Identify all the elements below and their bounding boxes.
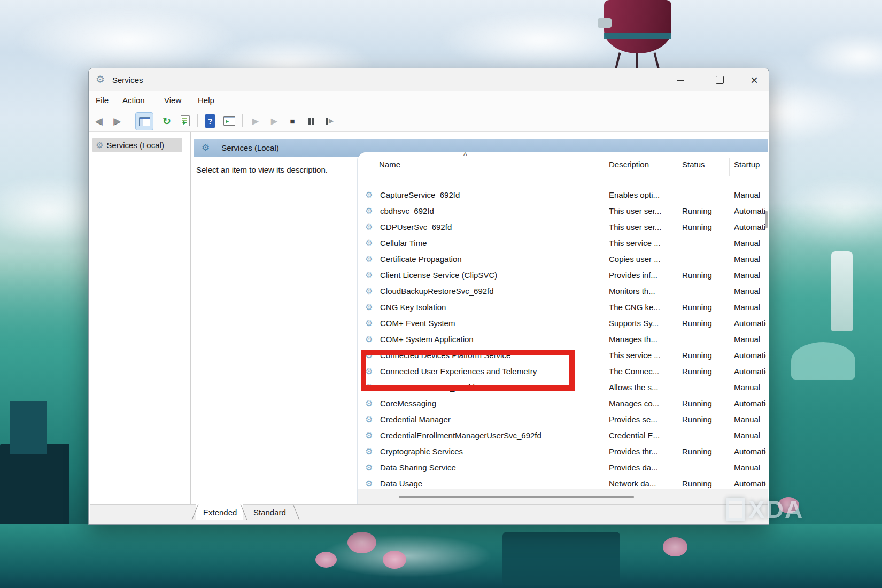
toolbar: ◀ ▶ ↻ ► ? ► ▶ ▶ ■ ▶: [89, 110, 769, 132]
minimize-button[interactable]: [668, 68, 693, 91]
service-startup: Manual: [734, 267, 766, 283]
properties-window-button[interactable]: ►: [221, 110, 237, 131]
forward-button[interactable]: ▶: [109, 110, 125, 131]
service-name: Certificate Propagation: [380, 251, 597, 267]
service-gear-icon: ⚙: [365, 331, 373, 347]
menu-help[interactable]: Help: [198, 91, 214, 110]
list-column-headers: ^ Name Description Status Startup: [358, 152, 768, 177]
column-divider[interactable]: [602, 158, 602, 176]
service-row[interactable]: ⚙Cryptographic ServicesProvides thr...Ru…: [358, 444, 768, 460]
desktop: ⚙ Services × File Action View Help ◀ ▶ ↻…: [0, 0, 882, 588]
export-list-button[interactable]: ►: [177, 110, 193, 131]
column-header-name[interactable]: Name: [379, 160, 400, 169]
service-row[interactable]: ⚙COM+ Event SystemSupports Sy...RunningA…: [358, 315, 768, 331]
help-button[interactable]: ?: [202, 110, 218, 131]
service-status: Running: [682, 412, 726, 428]
service-row[interactable]: ⚙Credential ManagerProvides se...Running…: [358, 412, 768, 428]
description-hint: Select an item to view its description.: [196, 165, 328, 174]
service-row[interactable]: ⚙Client License Service (ClipSVC)Provide…: [358, 267, 768, 283]
service-name: CredentialEnrollmentManagerUserSvc_692fd: [380, 428, 597, 444]
service-row[interactable]: ⚙COM+ System ApplicationManages th...Man…: [358, 331, 768, 347]
horizontal-scrollbar[interactable]: [358, 489, 768, 505]
service-description: Allows the s...: [609, 380, 673, 396]
resume-service-button[interactable]: ▶: [266, 110, 282, 131]
service-startup: Manual: [734, 251, 766, 267]
xda-watermark-text: XDA: [748, 495, 803, 524]
rocket-body: [604, 0, 671, 53]
service-name: Cellular Time: [380, 235, 597, 251]
horizontal-scrollbar-thumb[interactable]: [399, 496, 634, 498]
column-divider[interactable]: [729, 158, 730, 176]
background-structure: [502, 532, 620, 585]
service-description: Manages co...: [609, 396, 673, 412]
service-name: Client License Service (ClipSVC): [380, 267, 597, 283]
service-rows: ⚙CaptureService_692fdEnables opti...Manu…: [358, 177, 768, 492]
title-bar[interactable]: ⚙ Services ×: [89, 68, 769, 91]
service-gear-icon: ⚙: [365, 283, 373, 299]
service-gear-icon: ⚙: [365, 460, 373, 476]
toolbar-separator: [197, 114, 198, 127]
restart-service-button[interactable]: ▶: [322, 110, 338, 131]
service-row[interactable]: ⚙Certificate PropagationCopies user ...M…: [358, 251, 768, 267]
service-gear-icon: ⚙: [365, 315, 373, 331]
menu-action[interactable]: Action: [122, 91, 145, 110]
show-console-tree-button[interactable]: [135, 112, 153, 130]
service-name: COM+ System Application: [380, 331, 597, 347]
menu-bar: File Action View Help: [89, 91, 769, 110]
service-startup: Manual: [734, 460, 766, 476]
service-status: Running: [682, 444, 726, 460]
service-row[interactable]: ⚙CredentialEnrollmentManagerUserSvc_692f…: [358, 428, 768, 444]
service-description: Copies user ...: [609, 251, 673, 267]
column-divider[interactable]: [676, 158, 676, 176]
refresh-button[interactable]: ↻: [159, 110, 175, 131]
service-row[interactable]: ⚙CaptureService_692fdEnables opti...Manu…: [358, 187, 768, 203]
service-name: CNG Key Isolation: [380, 299, 597, 315]
toolbar-separator: [156, 114, 156, 127]
services-list-panel: ^ Name Description Status Startup ⚙Captu…: [358, 152, 768, 505]
tree-item-services-local[interactable]: ⚙ Services (Local): [92, 138, 182, 152]
service-gear-icon: ⚙: [365, 267, 373, 283]
service-startup: Automatic: [734, 219, 766, 235]
menu-view[interactable]: View: [164, 91, 181, 110]
column-header-status[interactable]: Status: [682, 160, 705, 169]
tree-item-label: Services (Local): [106, 141, 164, 150]
tab-standard[interactable]: Standard: [253, 505, 286, 520]
start-service-button[interactable]: ▶: [247, 110, 264, 131]
column-header-startup[interactable]: Startup: [734, 160, 766, 169]
service-status: Running: [682, 219, 726, 235]
services-window: ⚙ Services × File Action View Help ◀ ▶ ↻…: [88, 68, 769, 525]
pause-service-button[interactable]: [303, 110, 319, 131]
service-startup: Manual: [734, 187, 766, 203]
service-row[interactable]: ⚙cbdhsvc_692fdThis user ser...RunningAut…: [358, 203, 768, 219]
close-button[interactable]: ×: [742, 68, 767, 91]
maximize-button[interactable]: [707, 68, 732, 91]
console-tree-pane: ⚙ Services (Local): [90, 132, 191, 505]
menu-file[interactable]: File: [96, 91, 109, 110]
service-startup: Automatic: [734, 396, 766, 412]
tab-extended[interactable]: Extended: [203, 505, 237, 520]
service-gear-icon: ⚙: [365, 396, 373, 412]
xda-watermark: XDA: [726, 495, 803, 524]
service-row[interactable]: ⚙CoreMessagingManages co...RunningAutoma…: [358, 396, 768, 412]
export-list-icon: ►: [181, 115, 190, 126]
service-row[interactable]: ⚙Cellular TimeThis service ...Manual: [358, 235, 768, 251]
back-button[interactable]: ◀: [91, 110, 107, 131]
blossom-tree: [347, 532, 376, 553]
background-building: [10, 401, 47, 454]
service-description: Provides inf...: [609, 267, 673, 283]
service-gear-icon: ⚙: [365, 219, 373, 235]
stop-service-button[interactable]: ■: [284, 110, 300, 131]
tab-divider: [293, 504, 300, 521]
column-header-description[interactable]: Description: [609, 160, 649, 169]
service-row[interactable]: ⚙CNG Key IsolationThe CNG ke...RunningMa…: [358, 299, 768, 315]
forward-icon: ▶: [113, 115, 120, 127]
service-name: COM+ Event System: [380, 315, 597, 331]
service-row[interactable]: ⚙CloudBackupRestoreSvc_692fdMonitors th.…: [358, 283, 768, 299]
service-name: cbdhsvc_692fd: [380, 203, 597, 219]
service-row[interactable]: ⚙CDPUserSvc_692fdThis user ser...Running…: [358, 219, 768, 235]
vertical-scrollbar-thumb[interactable]: [765, 211, 768, 228]
service-description: Provides thr...: [609, 444, 673, 460]
service-row[interactable]: ⚙Data Sharing ServiceProvides da...Manua…: [358, 460, 768, 476]
status-bar: [89, 520, 769, 524]
service-status: Running: [682, 203, 726, 219]
